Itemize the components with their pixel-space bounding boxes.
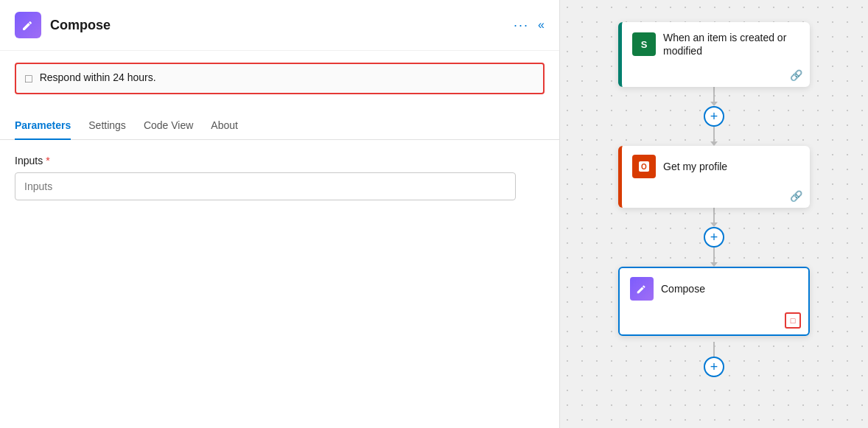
required-star: * bbox=[46, 155, 49, 166]
connector-line-1b bbox=[713, 127, 715, 141]
office-icon: O bbox=[632, 155, 656, 178]
add-step-button-bottom[interactable]: + bbox=[704, 357, 724, 377]
panel-title: Compose bbox=[50, 18, 514, 33]
panel-header: Compose ··· « bbox=[0, 0, 559, 51]
tab-about[interactable]: About bbox=[211, 112, 238, 140]
office-link-icon: 🔗 bbox=[790, 190, 802, 202]
tab-code-view[interactable]: Code View bbox=[144, 112, 193, 140]
compose-node-title: Compose bbox=[661, 282, 705, 295]
trigger-node-footer: 🔗 bbox=[622, 66, 810, 87]
svg-text:O: O bbox=[641, 163, 647, 171]
add-step-button-1[interactable]: + bbox=[704, 106, 724, 127]
compose-node-header: Compose bbox=[620, 268, 808, 309]
notification-bar: □ Respond within 24 hours. bbox=[15, 63, 545, 94]
add-step-button-2[interactable]: + bbox=[704, 227, 724, 248]
compose-node-icon bbox=[630, 277, 654, 301]
right-panel: S When an item is created or modified 🔗 … bbox=[560, 0, 868, 428]
connector-2: + bbox=[704, 208, 724, 267]
office-node-title: Get my profile bbox=[663, 160, 727, 173]
connector-line-1 bbox=[713, 87, 715, 102]
connector-1: + bbox=[704, 87, 724, 146]
left-panel: Compose ··· « □ Respond within 24 hours.… bbox=[0, 0, 560, 428]
compose-notification-icon: □ bbox=[785, 312, 801, 329]
trigger-node[interactable]: S When an item is created or modified 🔗 bbox=[618, 22, 810, 87]
flow-container: S When an item is created or modified 🔗 … bbox=[611, 22, 817, 377]
notification-icon: □ bbox=[25, 72, 32, 85]
office-node[interactable]: O Get my profile 🔗 bbox=[618, 146, 810, 208]
header-actions: ··· « bbox=[514, 18, 545, 33]
form-area: Inputs * bbox=[0, 140, 559, 428]
compose-node-footer: □ bbox=[620, 309, 808, 334]
tab-settings[interactable]: Settings bbox=[88, 112, 126, 140]
bottom-line bbox=[713, 342, 715, 357]
trigger-link-icon: 🔗 bbox=[790, 69, 802, 81]
connector-line-2b bbox=[713, 248, 715, 262]
inputs-label: Inputs * bbox=[15, 155, 545, 166]
compose-header-icon bbox=[15, 12, 41, 38]
compose-node[interactable]: Compose □ bbox=[618, 267, 810, 336]
sharepoint-icon: S bbox=[632, 32, 656, 56]
connector-line-2 bbox=[713, 208, 715, 222]
trigger-node-title: When an item is created or modified bbox=[663, 31, 799, 57]
office-node-header: O Get my profile bbox=[622, 146, 810, 187]
tab-parameters[interactable]: Parameters bbox=[15, 112, 71, 140]
bottom-connector: + bbox=[704, 342, 724, 377]
inputs-field[interactable] bbox=[15, 172, 516, 200]
trigger-node-header: S When an item is created or modified bbox=[622, 22, 810, 66]
office-node-footer: 🔗 bbox=[622, 187, 810, 208]
collapse-button[interactable]: « bbox=[538, 18, 545, 32]
notification-text: Respond within 24 hours. bbox=[40, 71, 156, 83]
more-options-button[interactable]: ··· bbox=[514, 18, 529, 33]
tabs-bar: Parameters Settings Code View About bbox=[0, 112, 559, 140]
